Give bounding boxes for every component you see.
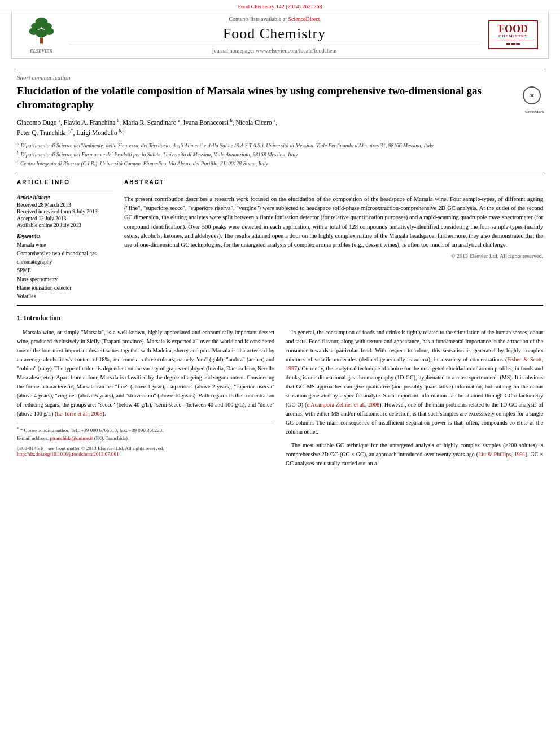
keyword-3: chromatography <box>17 258 113 267</box>
keywords-label: Keywords: <box>17 234 113 239</box>
journal-homepage-link[interactable]: www.elsevier.com/locate/foodchem <box>256 47 336 54</box>
introduction-title: 1. Introduction <box>17 314 543 322</box>
journal-header-center: Contents lists available at ScienceDirec… <box>64 16 485 54</box>
article-info-heading: ARTICLE INFO <box>17 179 113 185</box>
author-4: Ivana Bonaccorsi b <box>183 119 233 126</box>
svg-rect-7 <box>40 38 43 44</box>
intro-col-right: In general, the consumption of foods and… <box>286 328 543 473</box>
keyword-2: Comprehensive two-dimensional gas <box>17 250 113 258</box>
affiliation-b: b Dipartimento di Scienze del Farmaco e … <box>17 150 543 159</box>
keywords-section: Keywords: Marsala wine Comprehensive two… <box>17 234 113 301</box>
affiliations: a Dipartimento di Scienze dell'Ambiente,… <box>17 141 543 168</box>
article-history-label: Article history: <box>17 195 113 200</box>
keyword-1: Marsala wine <box>17 241 113 250</box>
journal-logo-area: ELSEVIER <box>19 16 64 54</box>
footnote-email: E-mail address: ptranchida@unime.it (P.Q… <box>17 435 274 443</box>
badge-food-text: FOOD <box>492 24 534 34</box>
footnote-section: * * Corresponding author. Tel.: +39 090 … <box>17 423 274 442</box>
crossmark-circle: ✕ <box>523 86 541 104</box>
page: Food Chemistry 142 (2014) 262–268 <box>0 0 560 747</box>
svg-point-8 <box>40 34 43 37</box>
footnote-email-link[interactable]: ptranchida@unime.it <box>50 435 93 441</box>
author-3: Maria R. Scandinaro a <box>123 119 180 126</box>
elsevier-logo: ELSEVIER <box>19 16 64 54</box>
affiliation-a: a Dipartimento di Scienze dell'Ambiente,… <box>17 141 543 150</box>
journal-top-bar: Food Chemistry 142 (2014) 262–268 <box>0 0 560 11</box>
accepted-date: Accepted 12 July 2013 <box>17 216 113 221</box>
author-6: Peter Q. Tranchida b,* <box>17 129 73 136</box>
article-type: Short communication <box>17 74 543 81</box>
keyword-6: Flame ionisation detector <box>17 284 113 292</box>
badge-chemistry-text: CHEMISTRY <box>492 34 534 38</box>
journal-citation: Food Chemistry 142 (2014) 262–268 <box>238 3 322 10</box>
intro-paragraph-1: Marsala wine, or simply "Marsala", is a … <box>17 328 274 418</box>
abstract-column: ABSTRACT The present contribution descri… <box>124 179 543 301</box>
abstract-text: The present contribution describes a res… <box>124 195 543 250</box>
keyword-5: Mass spectrometry <box>17 276 113 284</box>
intro-paragraph-2: In general, the consumption of foods and… <box>286 328 543 436</box>
crossmark-badge[interactable]: ✕ CrossMark <box>520 84 543 107</box>
footnote-corresponding: * * Corresponding author. Tel.: +39 090 … <box>17 426 274 435</box>
author-5: Nicola Cicero a <box>236 119 276 126</box>
divider-body-start <box>17 305 543 306</box>
divider-after-affiliations <box>17 174 543 174</box>
authors-line: Giacomo Dugo a, Flavio A. Franchina b, M… <box>17 117 543 138</box>
journal-homepage-line: journal homepage: www.elsevier.com/locat… <box>69 45 479 54</box>
affiliation-c: c Centro Integrato di Ricerca (C.I.R.), … <box>17 159 543 168</box>
sciencedirect-line: Contents lists available at ScienceDirec… <box>69 16 479 22</box>
author-1: Giacomo Dugo a <box>17 119 60 126</box>
introduction-two-col: Marsala wine, or simply "Marsala", is a … <box>17 328 543 473</box>
author-2: Flavio A. Franchina b <box>64 119 120 126</box>
article-info-abstract-row: ARTICLE INFO Article history: Received 2… <box>17 179 543 301</box>
received-revised-date: Received in revised form 9 July 2013 <box>17 209 113 215</box>
journal-header: ELSEVIER Contents lists available at Sci… <box>11 11 549 59</box>
intro-col-left: Marsala wine, or simply "Marsala", is a … <box>17 328 274 473</box>
available-date: Available online 20 July 2013 <box>17 222 113 228</box>
crossmark-x-icon: ✕ <box>530 92 534 99</box>
journal-header-right: FOOD CHEMISTRY ▬ ▬ ▬ <box>485 20 541 49</box>
elsevier-tree-icon <box>26 16 57 47</box>
divider-info-top <box>17 190 113 190</box>
received-date: Received 28 March 2013 <box>17 202 113 208</box>
copyright-line: © 2013 Elsevier Ltd. All rights reserved… <box>124 253 543 259</box>
food-chemistry-badge: FOOD CHEMISTRY ▬ ▬ ▬ <box>488 20 538 49</box>
keyword-4: SPME <box>17 267 113 275</box>
article-title: Elucidation of the volatile composition … <box>17 84 543 112</box>
divider-top <box>17 69 543 69</box>
elsevier-label: ELSEVIER <box>30 48 53 54</box>
sciencedirect-link[interactable]: ScienceDirect <box>288 16 320 22</box>
intro-paragraph-3: The most suitable GC technique for the u… <box>286 441 543 468</box>
abstract-heading: ABSTRACT <box>124 179 543 185</box>
crossmark-label: CrossMark <box>525 110 544 115</box>
article-info-column: ARTICLE INFO Article history: Received 2… <box>17 179 113 301</box>
badge-decoration: ▬ ▬ ▬ <box>492 40 534 46</box>
author-7: Luigi Mondello b,c <box>76 129 124 136</box>
issn-line: 0308-8146/$ – see front matter © 2013 El… <box>17 445 274 457</box>
keyword-7: Volatiles <box>17 292 113 301</box>
doi-link[interactable]: http://dx.doi.org/10.1016/j.foodchem.201… <box>17 451 119 457</box>
article-content: Short communication Elucidation of the v… <box>0 59 560 478</box>
introduction-section: 1. Introduction Marsala wine, or simply … <box>17 314 543 473</box>
journal-title: Food Chemistry <box>69 25 479 42</box>
divider-abstract-top <box>124 190 543 190</box>
